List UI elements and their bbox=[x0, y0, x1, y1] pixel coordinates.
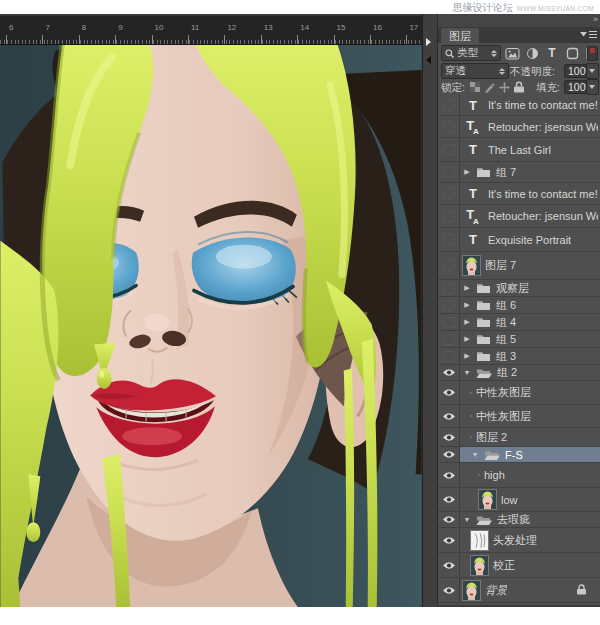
fill-dropdown-button[interactable] bbox=[586, 79, 599, 95]
layer-row-body[interactable]: ▼组 2 bbox=[460, 365, 600, 380]
type-layer-thumbnail[interactable]: T bbox=[463, 186, 483, 201]
shape-layers-icon[interactable] bbox=[564, 46, 580, 60]
layer-row-body[interactable]: 头发处理 bbox=[460, 528, 600, 552]
type-layer-thumbnail[interactable]: T bbox=[463, 232, 483, 247]
group-collapsed-icon[interactable]: ▶ bbox=[463, 335, 471, 343]
layer-row-body[interactable]: 背景 bbox=[460, 578, 600, 602]
visibility-toggle[interactable] bbox=[438, 314, 460, 330]
group-expanded-icon[interactable]: ▼ bbox=[463, 369, 471, 376]
adjustment-layers-icon[interactable] bbox=[524, 46, 540, 60]
layer-thumbnail[interactable] bbox=[479, 490, 496, 509]
layer-row-body[interactable]: 图层 7 bbox=[460, 252, 600, 279]
filter-switch-icon[interactable] bbox=[587, 46, 598, 61]
group-expanded-icon[interactable]: ▼ bbox=[471, 451, 479, 458]
type-layer-styled-thumbnail[interactable]: TA bbox=[463, 207, 483, 225]
group-expanded-icon[interactable]: ▼ bbox=[463, 516, 471, 523]
visibility-toggle[interactable] bbox=[438, 365, 460, 380]
layer-row-body[interactable]: TThe Last Girl bbox=[460, 138, 600, 161]
visibility-toggle[interactable] bbox=[438, 331, 460, 347]
layer-thumbnail[interactable] bbox=[463, 581, 480, 600]
group-collapsed-icon[interactable]: ▶ bbox=[463, 284, 471, 292]
visibility-toggle[interactable] bbox=[438, 428, 460, 446]
layer-row[interactable]: ▶组 6 bbox=[438, 297, 600, 314]
type-layer-thumbnail[interactable]: T bbox=[463, 98, 483, 113]
layer-row-body[interactable]: ▶组 3 bbox=[460, 348, 600, 364]
layer-row-body[interactable]: TIt's time to contact me! bbox=[460, 95, 600, 115]
visibility-toggle[interactable] bbox=[438, 463, 460, 487]
layer-row[interactable]: 图层 7 bbox=[438, 252, 600, 280]
pixel-layers-icon[interactable] bbox=[504, 46, 520, 60]
layer-row[interactable]: TExquisite Portrait bbox=[438, 228, 600, 252]
visibility-toggle[interactable] bbox=[438, 280, 460, 296]
blend-mode-dropdown[interactable]: 穿透 bbox=[441, 63, 509, 79]
layer-row[interactable]: ▶组 7 bbox=[438, 162, 600, 183]
visibility-toggle[interactable] bbox=[438, 297, 460, 313]
document-canvas[interactable] bbox=[0, 45, 422, 607]
group-collapsed-icon[interactable]: ▶ bbox=[463, 168, 471, 176]
visibility-toggle[interactable] bbox=[438, 228, 460, 251]
layer-row[interactable]: 校正 bbox=[438, 553, 600, 578]
visibility-toggle[interactable] bbox=[438, 162, 460, 182]
visibility-toggle[interactable] bbox=[438, 138, 460, 161]
layer-row-body[interactable]: TARetoucher: jsensun Wech... bbox=[460, 205, 600, 227]
group-collapsed-icon[interactable]: ▶ bbox=[463, 301, 471, 309]
type-layers-icon[interactable]: T bbox=[544, 46, 560, 60]
visibility-toggle[interactable] bbox=[438, 381, 460, 404]
group-collapsed-icon[interactable]: ▶ bbox=[463, 352, 471, 360]
layer-row-body[interactable]: ▶组 6 bbox=[460, 297, 600, 313]
visibility-toggle[interactable] bbox=[438, 95, 460, 115]
layer-row[interactable]: high bbox=[438, 463, 600, 488]
layer-row-body[interactable]: ▼F-S bbox=[460, 447, 600, 462]
layer-row-body[interactable]: ▶组 5 bbox=[460, 331, 600, 347]
layer-row-body[interactable]: 图层 2 bbox=[460, 428, 600, 446]
layer-thumbnail[interactable] bbox=[471, 556, 488, 575]
layer-row-body[interactable]: TIt's time to contact me! ... bbox=[460, 183, 600, 204]
layer-row[interactable]: TThe Last Girl bbox=[438, 138, 600, 162]
lock-position-icon[interactable] bbox=[499, 82, 510, 93]
layer-row[interactable]: ▼组 2 bbox=[438, 365, 600, 381]
layer-row[interactable]: TARetoucher: jsensun Wech... bbox=[438, 205, 600, 228]
layer-row[interactable]: 中性灰图层 bbox=[438, 381, 600, 405]
visibility-toggle[interactable] bbox=[438, 252, 460, 279]
filter-kind-dropdown[interactable]: 类型 bbox=[441, 45, 501, 61]
visibility-toggle[interactable] bbox=[438, 488, 460, 511]
layer-row[interactable]: ▶组 4 bbox=[438, 314, 600, 331]
collapse-panels-icon[interactable]: ›› bbox=[593, 14, 597, 24]
visibility-toggle[interactable] bbox=[438, 205, 460, 227]
layer-row[interactable]: ▼去瑕疵 bbox=[438, 512, 600, 528]
layer-row[interactable]: ▶组 5 bbox=[438, 331, 600, 348]
horizontal-ruler[interactable]: 67891011121314151617 bbox=[0, 16, 424, 45]
layer-row-body[interactable]: high bbox=[460, 463, 600, 487]
visibility-toggle[interactable] bbox=[438, 116, 460, 137]
layer-row-body[interactable]: ▼去瑕疵 bbox=[460, 512, 600, 527]
layer-row[interactable]: 背景 bbox=[438, 578, 600, 603]
lock-paint-icon[interactable] bbox=[484, 82, 495, 93]
type-layer-thumbnail[interactable]: T bbox=[463, 142, 483, 157]
layer-thumbnail[interactable] bbox=[471, 531, 488, 550]
layer-row-body[interactable]: 中性灰图层 bbox=[460, 381, 600, 404]
layer-row-body[interactable]: low bbox=[460, 488, 600, 511]
visibility-toggle[interactable] bbox=[438, 553, 460, 577]
layer-row-body[interactable]: TARetoucher: jsensun Wech... bbox=[460, 116, 600, 137]
visibility-toggle[interactable] bbox=[438, 512, 460, 527]
group-collapsed-icon[interactable]: ▶ bbox=[463, 318, 471, 326]
opacity-dropdown-button[interactable] bbox=[586, 63, 599, 79]
layer-row[interactable]: TARetoucher: jsensun Wech... bbox=[438, 116, 600, 138]
layer-row[interactable]: TIt's time to contact me! ... bbox=[438, 183, 600, 205]
layer-row-body[interactable]: TExquisite Portrait bbox=[460, 228, 600, 251]
layer-row[interactable]: ▶组 3 bbox=[438, 348, 600, 365]
layer-row[interactable]: 图层 2 bbox=[438, 428, 600, 447]
panel-menu-icon[interactable] bbox=[579, 30, 597, 42]
lock-transparency-icon[interactable] bbox=[470, 82, 480, 92]
layer-row-body[interactable]: ▶组 4 bbox=[460, 314, 600, 330]
layer-row[interactable]: TIt's time to contact me! bbox=[438, 95, 600, 116]
layer-row-body[interactable]: ▶观察层 bbox=[460, 280, 600, 296]
type-layer-styled-thumbnail[interactable]: TA bbox=[463, 118, 483, 136]
panel-divider[interactable] bbox=[422, 14, 438, 607]
visibility-toggle[interactable] bbox=[438, 183, 460, 204]
layer-row[interactable]: low bbox=[438, 488, 600, 512]
layer-thumbnail[interactable] bbox=[463, 256, 480, 275]
layer-row-body[interactable]: ▶组 7 bbox=[460, 162, 600, 182]
visibility-toggle[interactable] bbox=[438, 578, 460, 602]
layer-list[interactable]: TIt's time to contact me!TARetoucher: js… bbox=[438, 95, 600, 603]
